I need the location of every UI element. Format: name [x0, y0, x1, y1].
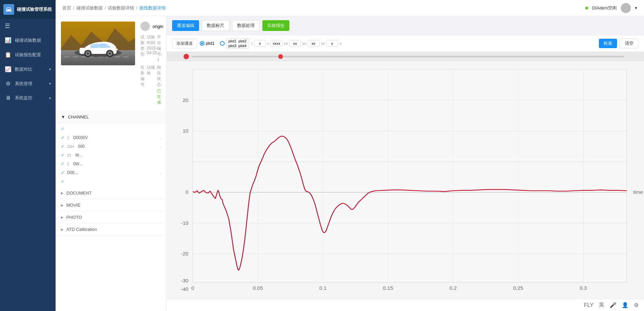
header: 首页 / 碰撞试验数据 / 试验数据详情 / 曲线数据详情 DIAdem空闲 ▾ — [56, 0, 644, 16]
filter-sep-1: x — [267, 41, 269, 45]
info-details: origin 试验类型 试验时间: 2023-04-25 平台编号: J — [140, 22, 163, 105]
movie-header[interactable]: ▶ MOVIE — [56, 199, 166, 211]
person-avatar — [140, 22, 150, 31]
data-compare-arrow: ▾ — [49, 67, 51, 71]
data-compare-icon: 📈 — [5, 66, 11, 72]
photo-label: PHOTO — [66, 215, 82, 220]
logo-icon — [3, 4, 14, 15]
info-top: origin 试验类型 试验时间: 2023-04-25 平台编号: J — [56, 16, 166, 111]
plot-option-1: plot1 — [228, 39, 236, 43]
data-process-button[interactable]: 数据处理 — [232, 20, 260, 31]
logo-text: 碰撞试验管理系统 — [17, 7, 52, 12]
slider-thumb-left[interactable] — [184, 54, 189, 59]
radio-plot1-option[interactable]: plot1 — [200, 41, 215, 46]
sys-monitor-icon: 🖥 — [5, 95, 11, 101]
filter-input-4[interactable] — [308, 40, 320, 47]
sidebar-item-sys-monitor[interactable]: 🖥 系统监控 ▾ — [0, 91, 56, 105]
channel-item-0[interactable]: ✓ — [56, 125, 166, 133]
filter-sep-3: xx — [302, 41, 306, 45]
lang-icon[interactable]: 英 — [599, 302, 604, 309]
filter-sep-start: | — [252, 41, 253, 45]
atd-label: ATD Calibration — [66, 227, 97, 232]
status-label: DIAdem空闲 — [592, 5, 617, 11]
check-icon-1: ✓ — [61, 135, 64, 140]
check-icon-2: ✓ — [61, 144, 64, 149]
channel-item-2[interactable]: ✓ 11H 000 . — [56, 142, 166, 151]
radio-plot1-option2[interactable]: plot1 plot2 plot3 plot4 — [220, 38, 249, 49]
svg-text:0.15: 0.15 — [383, 285, 393, 291]
atd-section: ▶ ATD Calibration — [56, 223, 166, 236]
channel-item-5[interactable]: ✓ D00... . — [56, 168, 166, 177]
channel-edit-button[interactable]: 通道编辑 — [172, 20, 199, 31]
clear-button[interactable]: 清空 — [620, 38, 639, 48]
search-button[interactable]: 检索 — [599, 39, 617, 48]
svg-rect-7 — [100, 44, 106, 48]
svg-text:0: 0 — [191, 285, 194, 291]
hamburger-icon: ☰ — [5, 23, 10, 29]
channel-extra-2: . — [160, 144, 161, 148]
svg-text:-30: -30 — [181, 278, 188, 284]
plot-radio-group: plot1 — [200, 41, 215, 46]
breadcrumb: 首页 / 碰撞试验数据 / 试验数据详情 / 曲线数据详情 — [62, 5, 166, 11]
filter-inputs: | x xx xx xx x — [252, 40, 596, 47]
sys-monitor-arrow: ▾ — [49, 96, 51, 100]
user-avatar[interactable] — [621, 3, 631, 13]
mic-icon[interactable]: 🎤 — [610, 302, 616, 308]
svg-rect-6 — [91, 44, 98, 48]
channel-item-4[interactable]: ✓ 1 0W... — [56, 160, 166, 168]
filter-input-1[interactable] — [254, 40, 266, 47]
sidebar-item-report-config[interactable]: 📋 试验报告配置 — [0, 47, 56, 62]
photo-header[interactable]: ▶ PHOTO — [56, 211, 166, 223]
svg-rect-14 — [115, 48, 118, 50]
channel-extra-1: . — [160, 136, 161, 140]
crash-data-icon: 📊 — [5, 37, 11, 43]
plot-option-2: plot2 — [238, 39, 247, 43]
breadcrumb-home[interactable]: 首页 — [62, 5, 71, 11]
channel-item-3[interactable]: ✓ 11 W... — [56, 151, 166, 160]
slider-thumb[interactable] — [278, 54, 283, 59]
report-status-field: 报告状态: 已生成 — [157, 65, 163, 105]
filter-input-2[interactable] — [270, 40, 283, 47]
svg-text:20: 20 — [183, 97, 188, 103]
channel-expand-icon: ▼ — [61, 114, 65, 119]
channel-label: CHANNEL — [68, 114, 89, 119]
atd-header[interactable]: ▶ ATD Calibration — [56, 223, 166, 235]
menu-toggle[interactable]: ☰ — [0, 19, 56, 33]
filter-sep-5: x — [340, 41, 342, 45]
breadcrumb-crash-data[interactable]: 碰撞试验数据 — [76, 5, 103, 11]
filter-input-3[interactable] — [289, 40, 301, 47]
data-scale-button[interactable]: 数据标尺 — [202, 20, 229, 31]
add-channel-button[interactable]: 添加通道 — [172, 39, 197, 48]
slider-track — [192, 56, 624, 57]
svg-text:0.1: 0.1 — [319, 285, 326, 291]
sidebar-item-crash-data[interactable]: 📊 碰撞试验数据 — [0, 33, 56, 47]
movie-label: MOVIE — [66, 203, 80, 208]
dropdown-arrow-icon[interactable]: ▾ — [635, 5, 637, 10]
bottom-bar: FLY 英 🎤 👤 ⚙ — [167, 299, 644, 311]
document-header[interactable]: ▶ DOCUMENT — [56, 187, 166, 199]
status-dot-icon — [585, 7, 588, 9]
radio-plot1-dot2 — [220, 41, 225, 46]
test-report-button[interactable]: 实验报告 — [262, 20, 289, 31]
car-image — [61, 22, 135, 65]
check-icon-6: ✓ — [61, 179, 64, 184]
fly-icon[interactable]: FLY — [584, 302, 593, 308]
channel-list: ✓ ✓ 1 D0000V . ✓ 11H 000 . — [56, 123, 166, 187]
settings-icon[interactable]: ⚙ — [634, 302, 639, 308]
photo-section: ▶ PHOTO — [56, 211, 166, 223]
action-buttons-bar: 通道编辑 数据标尺 数据处理 实验报告 — [167, 16, 644, 35]
channel-header[interactable]: ▼ CHANNEL — [56, 111, 166, 123]
channel-item-1[interactable]: ✓ 1 D0000V . — [56, 133, 166, 142]
info-image-container — [61, 22, 135, 105]
sidebar-item-data-compare[interactable]: 📈 数据对比 ▾ — [0, 62, 56, 76]
movie-section: ▶ MOVIE — [56, 199, 166, 211]
plot-option-4: plot4 — [238, 44, 247, 48]
user-icon[interactable]: 👤 — [622, 302, 629, 308]
channel-item-6[interactable]: ✓ — [56, 177, 166, 186]
filter-input-5[interactable] — [326, 40, 338, 47]
chart-slider-bar — [167, 52, 644, 61]
channel-extra-5: . — [160, 171, 161, 175]
breadcrumb-test-detail[interactable]: 试验数据详情 — [108, 5, 134, 11]
check-icon-4: ✓ — [61, 162, 64, 166]
sidebar-item-sys-manage[interactable]: ⚙ 系统管理 ▾ — [0, 76, 56, 91]
